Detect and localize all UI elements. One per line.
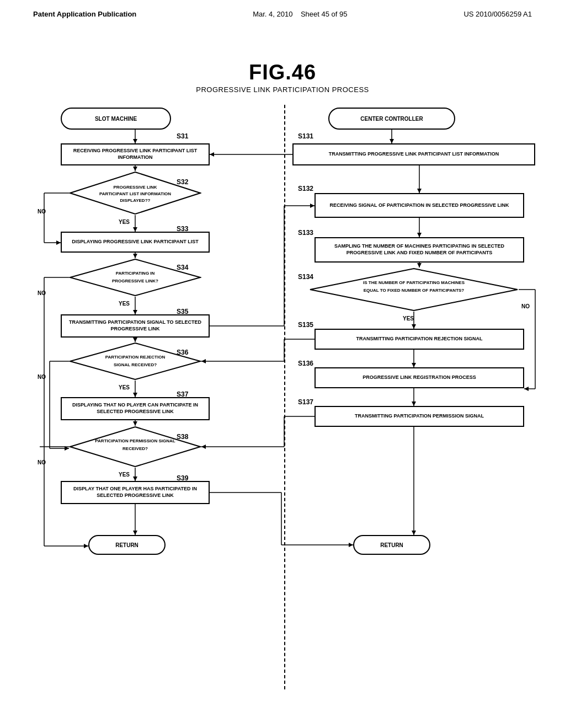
header-left: Patent Application Publication bbox=[33, 10, 136, 18]
svg-marker-31 bbox=[84, 544, 88, 548]
svg-marker-74 bbox=[412, 363, 416, 367]
svg-marker-76 bbox=[412, 402, 416, 406]
svg-marker-19 bbox=[133, 167, 137, 171]
fig-title: FIG.46 bbox=[28, 61, 537, 84]
diagram-container: FIG.46 PROGRESSIVE LINK PARTICIPATION PR… bbox=[28, 61, 537, 711]
svg-marker-62 bbox=[417, 263, 422, 267]
svg-marker-58 bbox=[310, 204, 315, 208]
arrows-svg bbox=[28, 105, 537, 689]
svg-marker-80 bbox=[201, 445, 206, 449]
header-date: Mar. 4, 2010 Sheet 45 of 95 bbox=[253, 10, 347, 18]
svg-marker-72 bbox=[201, 359, 206, 363]
svg-marker-66 bbox=[524, 387, 529, 391]
svg-marker-35 bbox=[133, 338, 137, 342]
svg-marker-82 bbox=[412, 531, 416, 535]
svg-marker-86 bbox=[349, 543, 353, 547]
svg-marker-43 bbox=[133, 421, 137, 426]
fig-subtitle: PROGRESSIVE LINK PARTICIPATION PROCESS bbox=[28, 85, 537, 94]
svg-marker-41 bbox=[133, 393, 137, 397]
svg-marker-21 bbox=[133, 227, 137, 232]
svg-marker-33 bbox=[133, 310, 137, 314]
header-right: US 2010/0056259 A1 bbox=[463, 10, 532, 18]
svg-marker-25 bbox=[56, 240, 61, 245]
svg-marker-17 bbox=[133, 139, 137, 143]
header-sheet: Sheet 45 of 95 bbox=[301, 10, 348, 18]
svg-marker-48 bbox=[133, 531, 137, 535]
svg-marker-68 bbox=[412, 324, 416, 329]
svg-marker-50 bbox=[390, 139, 394, 143]
flowchart: SLOT MACHINE S31 RECEIVING PROGRESSIVE L… bbox=[28, 105, 537, 711]
svg-marker-60 bbox=[417, 233, 422, 237]
svg-marker-27 bbox=[133, 254, 137, 258]
svg-marker-45 bbox=[133, 477, 137, 481]
svg-marker-54 bbox=[417, 189, 422, 193]
svg-marker-52 bbox=[210, 152, 214, 157]
